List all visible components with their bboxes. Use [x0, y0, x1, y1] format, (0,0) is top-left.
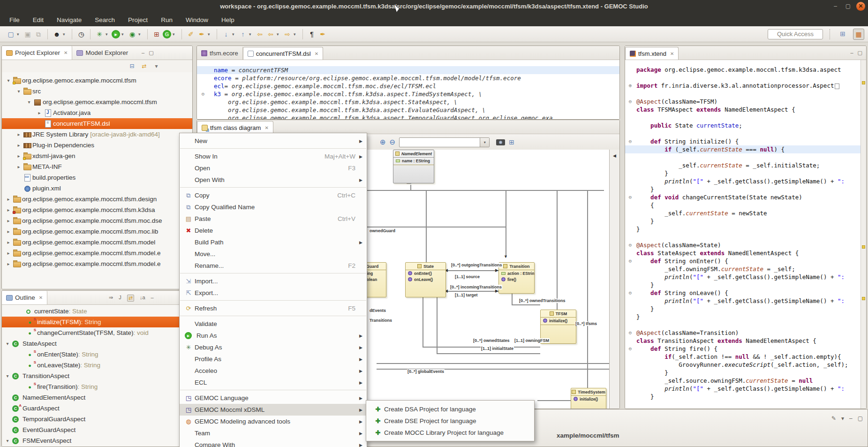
- outline-item-fire-transition[interactable]: ●Sfire(Transition) : String: [2, 381, 192, 392]
- external-tools-icon[interactable]: ✒: [197, 30, 206, 39]
- menu-item-gemoc-moccml-xdsml[interactable]: ◳GEMOC Moccml xDSML▶: [180, 404, 367, 416]
- menu-file[interactable]: File: [3, 15, 26, 25]
- link-with-editor-icon[interactable]: ⇄: [140, 63, 148, 69]
- tree-expand-arrow-icon[interactable]: ▸: [15, 132, 23, 137]
- menu-window[interactable]: Window: [179, 15, 215, 25]
- outline-item-eventguardaspect[interactable]: CEventGuardAspect: [2, 424, 192, 435]
- close-icon[interactable]: ✕: [39, 295, 43, 300]
- tree-expand-arrow-icon[interactable]: ▸: [5, 261, 12, 266]
- submenu-item-create-dse-project-for-language[interactable]: ✚Create DSE Project for language: [366, 415, 534, 427]
- coverage-icon[interactable]: ◉: [128, 30, 137, 39]
- code-line[interactable]: }: [625, 393, 866, 401]
- sort-alpha-icon[interactable]: ↓a: [140, 295, 145, 302]
- layers-icon[interactable]: ⊞: [509, 138, 514, 146]
- code-line[interactable]: _self.currentState = newState: [625, 209, 866, 217]
- xtend-code-editor[interactable]: package org.eclipse.gemoc.example.moccml…: [625, 60, 866, 409]
- tree-expand-arrow-icon[interactable]: ▸: [5, 240, 12, 245]
- code-line[interactable]: println("[" + _self.getClass().getSimple…: [625, 385, 866, 393]
- outline-item-changecurrentstate-tfsm-state[interactable]: ●SchangeCurrentState(TFSM, State) : void: [2, 327, 192, 338]
- code-line[interactable]: public State currentState;: [625, 121, 866, 129]
- perspective-modeling-icon[interactable]: ▦: [853, 29, 864, 40]
- tree-item-plug-in-dependencies[interactable]: ▸Plug-in Dependencies: [2, 140, 192, 151]
- tree-item-xdsml-java-gen[interactable]: ▸xdsml-java-gen: [2, 151, 192, 161]
- code-line[interactable]: }: [625, 281, 866, 289]
- collapse-all-icon[interactable]: ⊟: [128, 63, 136, 69]
- tree-item-org-eclipse-gemoc-example-moccml-tfsm[interactable]: ▾org.eclipse.gemoc.example.moccml.tfsm: [2, 97, 192, 107]
- debug-dropdown-icon[interactable]: ▾: [106, 32, 110, 37]
- maximize-view-icon[interactable]: ▢: [858, 50, 862, 56]
- window-close-button[interactable]: ✕: [856, 2, 865, 11]
- code-line[interactable]: ⊖ def String fire() {: [625, 345, 866, 353]
- back-dropdown-icon[interactable]: ▾: [277, 32, 281, 37]
- outline-expand-arrow-icon[interactable]: ▾: [4, 373, 11, 379]
- minimize-view-icon[interactable]: –: [142, 50, 144, 56]
- menu-item-new[interactable]: New▶: [180, 135, 367, 147]
- tree-item-plugin-xml[interactable]: plugin.xml: [2, 183, 192, 194]
- menu-item-ecl[interactable]: ECL▶: [180, 377, 367, 388]
- warning-marker[interactable]: [862, 245, 865, 249]
- tab-concurrenttfsm-dsl[interactable]: concurrentTFSM.dsl ✕: [243, 47, 323, 60]
- outline-expand-arrow-icon[interactable]: ▾: [4, 341, 11, 346]
- outline-item-stateaspect[interactable]: ▾CStateAspect: [2, 338, 192, 349]
- code-line[interactable]: [625, 74, 866, 82]
- fold-collapse-icon[interactable]: ⊖: [625, 258, 635, 264]
- submenu-item-create-mocc-library-project-for-language[interactable]: ✚Create MOCC Library Project for languag…: [366, 427, 534, 439]
- tree-item-activator-java[interactable]: ▸Activator.java: [2, 107, 192, 118]
- fold-collapse-icon[interactable]: ⊖: [625, 346, 635, 352]
- code-line[interactable]: }: [625, 169, 866, 177]
- menu-item-open-with[interactable]: Open With▶: [180, 174, 367, 186]
- code-line[interactable]: _self.owningFSM.currentState = _self;: [625, 265, 866, 273]
- menu-item-profile-as[interactable]: Profile As▶: [180, 353, 367, 365]
- tree-item-org-eclipse-gemoc-example-moccml-tfsm-moc-dse[interactable]: ▸org.eclipse.gemoc.example.moccml.tfsm.m…: [2, 215, 192, 226]
- menu-item-move[interactable]: Move...: [180, 248, 367, 260]
- menu-item-delete[interactable]: ✖Delete: [180, 225, 367, 236]
- tree-expand-arrow-icon[interactable]: ▸: [5, 197, 12, 202]
- menu-item-acceleo[interactable]: Acceleo▶: [180, 365, 367, 377]
- outline-item-currentstate[interactable]: currentState : State: [2, 306, 192, 317]
- folded-imports-icon[interactable]: [835, 83, 839, 89]
- outline-item-initialize-tfsm[interactable]: ●Sinitialize(TFSM) : String: [2, 317, 192, 327]
- maximize-view-icon[interactable]: ▢: [858, 415, 863, 422]
- fold-collapse-icon[interactable]: ⊖: [625, 242, 635, 248]
- code-line[interactable]: ⊖ def String onLeave() {: [625, 289, 866, 297]
- menu-help[interactable]: Help: [215, 15, 241, 25]
- maximize-view-icon[interactable]: ▢: [149, 50, 153, 56]
- tree-expand-arrow-icon[interactable]: ▸: [5, 218, 12, 223]
- code-line[interactable]: }: [625, 185, 866, 193]
- new-java-package-icon[interactable]: ⊞: [152, 30, 161, 39]
- menu-item-import[interactable]: ⇲Import...: [180, 275, 367, 287]
- code-line[interactable]: org.eclipse.gemoc.example.moccml.tfsm.k3…: [197, 114, 619, 119]
- menu-item-paste[interactable]: ▤PasteCtrl+V: [180, 213, 367, 225]
- fold-collapse-icon[interactable]: ⊖: [625, 138, 635, 144]
- tree-expand-arrow-icon[interactable]: ▸: [15, 153, 23, 159]
- warning-marker[interactable]: [862, 81, 865, 84]
- menu-item-copy-qualified-name[interactable]: ⧉Copy Qualified Name: [180, 201, 367, 213]
- class-timed-system[interactable]: TimedSystem initialize(): [571, 388, 606, 409]
- code-line[interactable]: [625, 233, 866, 241]
- fold-expand-icon[interactable]: ⊕: [625, 83, 635, 89]
- hide-static-icon[interactable]: J: [119, 295, 121, 302]
- link-with-editor-icon[interactable]: ⇄: [127, 295, 134, 302]
- tree-expand-arrow-icon[interactable]: ▸: [15, 143, 23, 148]
- forward-icon[interactable]: ⇨: [283, 30, 292, 39]
- fold-collapse-icon[interactable]: ⊖: [625, 330, 635, 336]
- debug-icon[interactable]: ✳: [95, 30, 104, 39]
- menu-item-team[interactable]: Team▶: [180, 427, 367, 439]
- code-line[interactable]: {: [625, 201, 866, 209]
- run-icon[interactable]: ▸: [112, 30, 120, 38]
- code-line[interactable]: ecore = platform:/resource/org.eclipse.g…: [197, 74, 619, 82]
- tree-expand-arrow-icon[interactable]: ▾: [15, 89, 23, 94]
- edit-icon[interactable]: ✎: [831, 415, 836, 422]
- save-icon[interactable]: ▣: [23, 30, 32, 39]
- code-line[interactable]: if (_self.currentState === null) {: [625, 145, 866, 153]
- outline-item-guardaspect[interactable]: CAGuardAspect: [2, 403, 192, 414]
- palette-expand-icon[interactable]: ◀: [613, 153, 616, 158]
- code-line[interactable]: [625, 153, 866, 161]
- close-icon[interactable]: ✕: [670, 51, 674, 56]
- menu-item-build-path[interactable]: Build Path▶: [180, 236, 367, 248]
- code-line[interactable]: ⊖k3 = org.eclipse.gemoc.example.moccml.t…: [197, 90, 619, 98]
- class-transition[interactable]: Transition action : EString fire(): [498, 262, 535, 294]
- tree-item-org-eclipse-gemoc-example-moccml-tfsm-k3dsa[interactable]: ▸org.eclipse.gemoc.example.moccml.tfsm.k…: [2, 205, 192, 215]
- close-icon[interactable]: ✕: [64, 50, 68, 55]
- code-line[interactable]: }: [625, 313, 866, 321]
